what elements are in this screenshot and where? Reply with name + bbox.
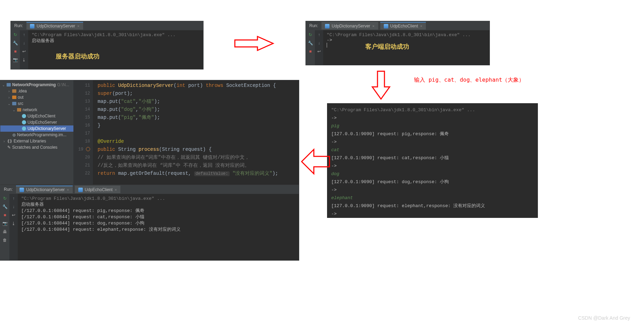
tab-udp-dictionary-server[interactable]: UdpDictionaryServer × bbox=[321, 22, 378, 30]
down-icon[interactable]: ↓ bbox=[22, 41, 26, 46]
caption-server: 服务器启动成功 bbox=[56, 52, 100, 60]
tab-udp-dictionary-server[interactable]: UdpDictionaryServer × bbox=[26, 22, 83, 30]
tab-udp-echo-client[interactable]: UdpEchoClient × bbox=[380, 22, 426, 30]
run-panel-bottom: Run: UdpDictionaryServer × UdpEchoClient… bbox=[0, 185, 299, 260]
class-icon bbox=[22, 120, 26, 124]
console-line: 启动服务器 bbox=[32, 38, 200, 44]
code-line[interactable]: public UdpDictionaryServer(int port) thr… bbox=[98, 82, 299, 90]
up-icon[interactable]: ↑ bbox=[11, 196, 16, 201]
tab-udp-dictionary-server[interactable]: UdpDictionaryServer × bbox=[16, 186, 72, 193]
run-tabbar: Run: UdpDictionaryServer × bbox=[11, 21, 203, 30]
close-icon[interactable]: × bbox=[77, 24, 79, 28]
console-cmd: "C:\Program Files\Java\jdk1.8.0_301\bin\… bbox=[32, 32, 200, 38]
tree-item-label: NetworkProgramming.im... bbox=[17, 132, 66, 137]
tree-root-path: G:\N... bbox=[57, 82, 69, 87]
stop-icon[interactable]: ■ bbox=[13, 49, 18, 54]
close-icon[interactable]: × bbox=[67, 188, 69, 192]
code-line[interactable]: map.put("pig","佩奇"); bbox=[98, 114, 299, 122]
tree-item-label: UdpDictionaryServer bbox=[27, 126, 66, 131]
code-line[interactable]: //反之，如果查询的单词在 “词库”中 不存在，返回 没有对应的词。 bbox=[98, 162, 299, 170]
down-icon[interactable]: ↓ bbox=[11, 204, 16, 209]
project-tree[interactable]: ⌄ NetworkProgramming G:\N... ›.idea›out⌄… bbox=[0, 80, 73, 185]
wrench-icon[interactable]: 🔧 bbox=[13, 41, 18, 46]
close-icon[interactable]: × bbox=[372, 24, 374, 28]
tree-item-network[interactable]: ⌄network bbox=[0, 107, 73, 113]
client-output-console[interactable]: "C:\Program Files\Java\jdk1.8.0_301\bin\… bbox=[327, 103, 538, 218]
tree-item-external-libraries[interactable]: ›External Libraries bbox=[0, 138, 73, 144]
print-icon[interactable]: 🖶 bbox=[2, 229, 7, 234]
console-caret bbox=[327, 43, 327, 48]
rerun-icon[interactable]: ↻ bbox=[2, 196, 7, 201]
tree-item-src[interactable]: ⌄src bbox=[0, 100, 73, 107]
tree-root[interactable]: ⌄ NetworkProgramming G:\N... bbox=[0, 82, 73, 88]
camera-icon[interactable]: 📷 bbox=[2, 221, 7, 226]
close-icon[interactable]: × bbox=[115, 188, 117, 192]
console-line: dog bbox=[331, 170, 534, 178]
code-line[interactable]: map.put("cat","小猫"); bbox=[98, 98, 299, 106]
soft-wrap-icon[interactable]: ↩ bbox=[22, 49, 26, 54]
console[interactable]: "C:\Program Files\Java\jdk1.8.0_301\bin\… bbox=[28, 30, 203, 69]
code-line[interactable]: @Override bbox=[98, 138, 299, 146]
tree-item-udpdictionaryserver[interactable]: UdpDictionaryServer bbox=[0, 125, 73, 132]
tab-udp-echo-client[interactable]: UdpEchoClient × bbox=[75, 186, 120, 193]
tree-item-udpechoserver[interactable]: UdpEchoServer bbox=[0, 119, 73, 125]
override-icon[interactable] bbox=[86, 147, 90, 151]
down-icon[interactable]: ↓ bbox=[317, 41, 321, 46]
wrench-icon[interactable]: 🔧 bbox=[308, 41, 313, 46]
arrow-left-icon bbox=[300, 146, 331, 177]
console-line: -> bbox=[327, 38, 486, 43]
code-area[interactable]: public UdpDictionaryServer(int port) thr… bbox=[93, 80, 299, 185]
up-icon[interactable]: ↑ bbox=[22, 32, 26, 37]
console[interactable]: "C:\Program Files\Java\jdk1.8.0_301\bin\… bbox=[18, 194, 299, 260]
tree-item--idea[interactable]: ›.idea bbox=[0, 88, 73, 94]
soft-wrap-icon[interactable]: ↩ bbox=[11, 213, 16, 218]
console-line: pig bbox=[331, 122, 534, 130]
run-label: Run: bbox=[308, 23, 319, 28]
code-line[interactable]: return map.getOrDefault(request, default… bbox=[98, 170, 299, 178]
tree-item-scratches-and-consoles[interactable]: ✎Scratches and Consoles bbox=[0, 144, 73, 150]
tab-label: UdpDictionaryServer bbox=[37, 24, 75, 28]
folder-icon bbox=[12, 102, 16, 105]
up-icon[interactable]: ↑ bbox=[317, 32, 321, 37]
gear-icon: ⚙ bbox=[12, 133, 16, 137]
code-line[interactable]: } bbox=[98, 122, 299, 130]
console-line: 启动服务器 bbox=[21, 201, 295, 207]
code-line[interactable] bbox=[98, 130, 299, 138]
console-line: [127.0.0.1:9090] request: pig,response: … bbox=[331, 130, 534, 138]
stop-icon[interactable]: ■ bbox=[308, 49, 313, 54]
arrow-down-icon bbox=[369, 70, 393, 101]
tree-item-networkprogramming-im-[interactable]: ⚙NetworkProgramming.im... bbox=[0, 132, 73, 138]
soft-wrap-icon[interactable]: ↩ bbox=[317, 49, 321, 54]
console-line: -> bbox=[331, 114, 534, 122]
rerun-icon[interactable]: ↻ bbox=[308, 32, 313, 37]
code-line[interactable]: super(port); bbox=[98, 90, 299, 98]
java-icon bbox=[19, 188, 24, 192]
run-label: Run: bbox=[2, 187, 14, 192]
run-gutter-left: ↻ 🔧 ■ 📷 🖶 🗑 bbox=[0, 194, 9, 260]
console-line: -> bbox=[331, 138, 534, 146]
folder-icon bbox=[12, 89, 16, 93]
close-icon[interactable]: × bbox=[420, 24, 422, 28]
console-cmd: "C:\Program Files\Java\jdk1.8.0_301\bin\… bbox=[21, 196, 295, 201]
console-cmd: "C:\Program Files\Java\jdk1.8.0_301\bin\… bbox=[327, 32, 486, 38]
code-line[interactable]: // 如果查询的单词在“词库”中存在，就返回其 键值对/对应的中文， bbox=[98, 154, 299, 162]
console-line: [/127.0.0.1:60844] request: pig,response… bbox=[21, 207, 295, 214]
stop-icon[interactable]: ■ bbox=[2, 213, 7, 218]
class-icon bbox=[22, 126, 26, 131]
tree-item-out[interactable]: ›out bbox=[0, 94, 73, 100]
run-label: Run: bbox=[13, 23, 24, 28]
scroll-end-icon[interactable]: ⭳ bbox=[11, 221, 16, 226]
code-line[interactable]: public String process(String request) { bbox=[98, 146, 299, 154]
trash-icon[interactable]: 🗑 bbox=[2, 238, 7, 243]
wrench-icon[interactable]: 🔧 bbox=[2, 204, 7, 209]
tree-item-udpechoclient[interactable]: UdpEchoClient bbox=[0, 113, 73, 119]
scroll-end-icon[interactable]: ⭳ bbox=[22, 57, 26, 62]
code-line[interactable]: map.put("dog","小狗"); bbox=[98, 106, 299, 114]
java-icon bbox=[384, 24, 388, 28]
library-icon bbox=[7, 139, 12, 144]
code-editor[interactable]: 111213141516171819 202122 public UdpDict… bbox=[73, 80, 299, 185]
rerun-icon[interactable]: ↻ bbox=[13, 32, 18, 37]
camera-icon[interactable]: 📷 bbox=[13, 57, 18, 62]
console-line: [/127.0.0.1:60844] request: cat,response… bbox=[21, 214, 295, 220]
class-icon bbox=[22, 114, 26, 118]
